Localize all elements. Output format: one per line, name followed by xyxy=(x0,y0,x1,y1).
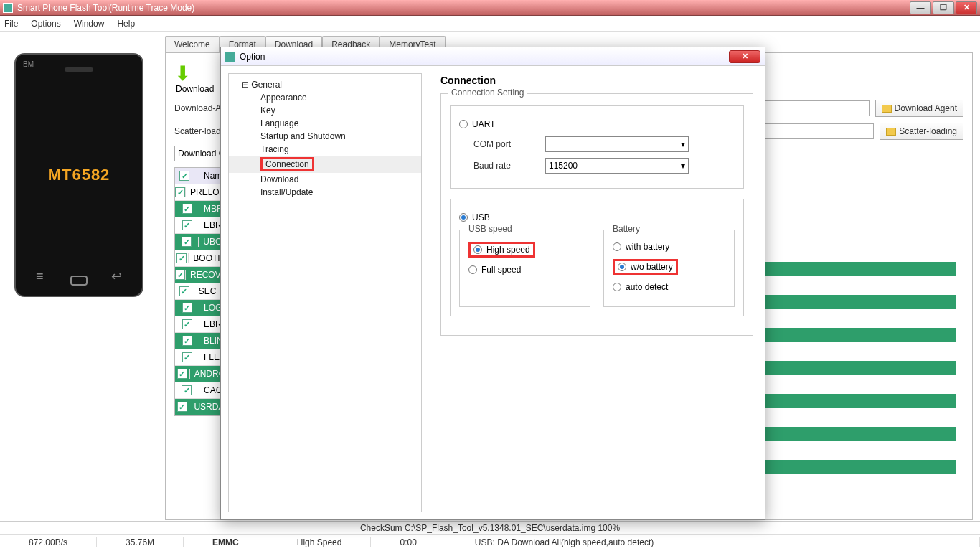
with-battery-radio[interactable]: with battery xyxy=(613,242,725,252)
tree-item-startup-and-shutdown[interactable]: Startup and Shutdown xyxy=(229,130,421,143)
connection-setting-group: Connection Setting UART COM port ▾ Baud … xyxy=(440,93,753,336)
menubar: File Options Window Help xyxy=(0,16,980,32)
checkbox-icon: ✓ xyxy=(182,336,192,346)
statusbar: CheckSum C:\SP_Flash_Tool_v5.1348.01_SEC… xyxy=(0,521,980,551)
checkbox-icon: ✓ xyxy=(177,369,187,379)
baud-rate-label: Baud rate xyxy=(473,161,538,171)
row-checkbox[interactable]: ✓ xyxy=(175,237,199,247)
com-port-select[interactable]: ▾ xyxy=(545,136,689,152)
radio-icon xyxy=(473,245,482,254)
tree-root[interactable]: ⊟ General xyxy=(229,78,421,91)
checkbox-icon: ✓ xyxy=(179,171,189,181)
titlebar: Smart Phone Flash Tool(Runtime Trace Mod… xyxy=(0,0,980,16)
download-arrow-icon: ⬇ xyxy=(174,62,191,85)
col-checkbox[interactable]: ✓ xyxy=(175,168,199,184)
dialog-icon xyxy=(225,52,235,62)
tree-item-download[interactable]: Download xyxy=(229,173,421,186)
without-battery-radio[interactable]: w/o battery xyxy=(613,259,725,275)
chevron-down-icon: ▾ xyxy=(681,139,685,149)
tree-item-appearance[interactable]: Appearance xyxy=(229,91,421,104)
maximize-button[interactable]: ❐ xyxy=(933,1,954,14)
row-checkbox[interactable]: ✓ xyxy=(175,385,199,395)
full-speed-radio[interactable]: Full speed xyxy=(468,265,581,275)
radio-icon xyxy=(468,265,477,274)
menu-help[interactable]: Help xyxy=(117,19,135,29)
row-checkbox[interactable]: ✓ xyxy=(175,402,189,412)
tree-item-key[interactable]: Key xyxy=(229,104,421,117)
uart-radio[interactable]: UART xyxy=(459,119,735,129)
checkbox-icon: ✓ xyxy=(182,204,192,214)
status-speed: High Speed xyxy=(268,537,372,547)
app-icon xyxy=(3,3,13,13)
checkbox-icon: ✓ xyxy=(175,270,185,280)
status-line1: CheckSum C:\SP_Flash_Tool_v5.1348.01_SEC… xyxy=(0,522,980,535)
checkbox-icon: ✓ xyxy=(176,253,187,263)
minimize-button[interactable]: — xyxy=(910,1,931,14)
auto-detect-radio[interactable]: auto detect xyxy=(613,282,725,292)
menu-window[interactable]: Window xyxy=(74,19,105,29)
full-speed-label: Full speed xyxy=(481,265,521,275)
download-agent-button-label: Download Agent xyxy=(895,103,957,113)
chevron-down-icon: ▾ xyxy=(681,161,685,171)
dialog-title-text: Option xyxy=(240,52,265,62)
checkbox-icon: ✓ xyxy=(182,319,192,329)
tree-item-language[interactable]: Language xyxy=(229,117,421,130)
checkbox-icon: ✓ xyxy=(182,352,192,362)
battery-legend: Battery xyxy=(610,224,643,234)
usb-group: USB USB speed High speed xyxy=(450,199,744,316)
close-button[interactable]: ✕ xyxy=(956,1,977,14)
status-storage: EMMC xyxy=(184,537,268,547)
radio-icon xyxy=(613,242,621,251)
row-checkbox[interactable]: ✓ xyxy=(175,286,194,296)
tab-welcome[interactable]: Welcome xyxy=(165,36,220,52)
folder-icon xyxy=(882,105,892,113)
option-tree[interactable]: ⊟ General AppearanceKeyLanguageStartup a… xyxy=(228,73,422,512)
tree-item-install-update[interactable]: Install/Update xyxy=(229,186,421,199)
row-checkbox[interactable]: ✓ xyxy=(175,303,199,313)
uart-label: UART xyxy=(472,119,495,129)
high-speed-label: High speed xyxy=(486,245,530,255)
nav-back-icon: ↩ xyxy=(111,268,122,284)
phone-image: BM MT6582 ≡ ↩ xyxy=(14,53,143,297)
row-checkbox[interactable]: ✓ xyxy=(175,253,189,263)
menu-options[interactable]: Options xyxy=(31,19,60,29)
row-checkbox[interactable]: ✓ xyxy=(175,187,186,197)
scatter-loading-button[interactable]: Scatter-loading xyxy=(880,123,963,140)
row-checkbox[interactable]: ✓ xyxy=(175,336,199,346)
tree-item-connection[interactable]: Connection xyxy=(229,156,421,173)
baud-rate-select[interactable]: 115200▾ xyxy=(545,158,689,174)
row-checkbox[interactable]: ✓ xyxy=(175,352,199,362)
row-checkbox[interactable]: ✓ xyxy=(175,204,199,214)
row-checkbox[interactable]: ✓ xyxy=(175,369,190,379)
home-icon xyxy=(70,276,88,286)
usb-radio[interactable]: USB xyxy=(459,212,735,222)
checkbox-icon: ✓ xyxy=(182,220,192,230)
radio-icon xyxy=(459,120,468,128)
status-time: 0:00 xyxy=(371,537,446,547)
checkbox-icon: ✓ xyxy=(175,187,185,197)
option-pane: Connection Connection Setting UART COM p… xyxy=(429,66,765,519)
usb-speed-group: USB speed High speed Full speed xyxy=(459,230,590,307)
radio-icon xyxy=(618,263,626,271)
without-battery-label: w/o battery xyxy=(631,262,673,272)
pane-heading: Connection xyxy=(440,75,753,86)
status-rate: 872.00B/s xyxy=(0,537,97,547)
checkbox-icon: ✓ xyxy=(179,286,189,296)
usb-label: USB xyxy=(472,212,490,222)
uart-group: UART COM port ▾ Baud rate 115200▾ xyxy=(450,105,744,189)
nav-left-icon: ≡ xyxy=(36,269,44,284)
scatter-loading-button-label: Scatter-loading xyxy=(899,126,957,136)
download-agent-button[interactable]: Download Agent xyxy=(875,100,963,117)
row-checkbox[interactable]: ✓ xyxy=(175,220,199,230)
radio-icon xyxy=(613,283,621,291)
row-checkbox[interactable]: ✓ xyxy=(175,319,199,329)
dialog-close-button[interactable]: ✕ xyxy=(729,50,760,63)
menu-file[interactable]: File xyxy=(4,19,18,29)
row-checkbox[interactable]: ✓ xyxy=(175,270,186,280)
dialog-titlebar[interactable]: Option ✕ xyxy=(221,47,765,66)
high-speed-radio[interactable]: High speed xyxy=(468,242,581,258)
status-size: 35.76M xyxy=(97,537,184,547)
tree-item-tracing[interactable]: Tracing xyxy=(229,143,421,156)
battery-group: Battery with battery w/o battery xyxy=(603,230,735,307)
phone-bm-label: BM xyxy=(23,60,34,68)
